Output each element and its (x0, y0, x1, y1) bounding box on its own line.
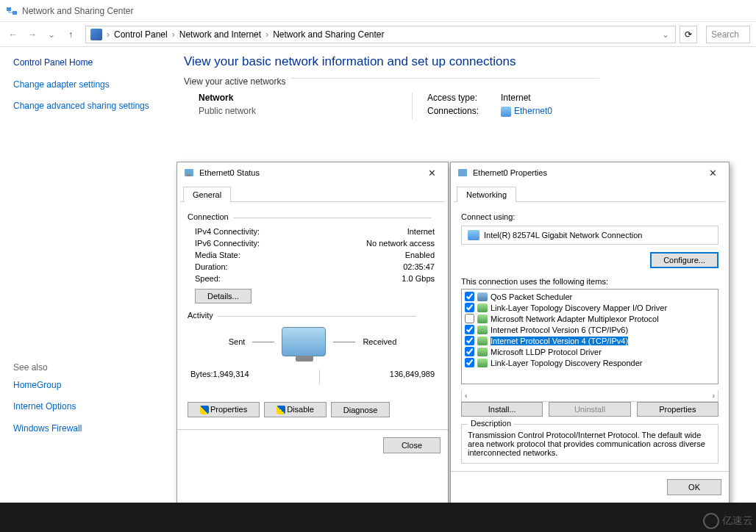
list-item[interactable]: Internet Protocol Version 4 (TCP/IPv4) (463, 335, 716, 346)
back-button[interactable]: ← (6, 27, 21, 42)
sidebar-adapter-settings-link[interactable]: Change adapter settings (13, 79, 156, 91)
properties-dialog: Ethernet0 Properties ✕ Networking Connec… (450, 162, 730, 531)
page-title: View your basic network information and … (184, 54, 741, 69)
ok-button[interactable]: OK (667, 479, 721, 495)
status-dialog: Ethernet0 Status ✕ General Connection IP… (176, 162, 449, 514)
bytes-received: 136,849,989 (390, 370, 435, 384)
list-item[interactable]: Link-Layer Topology Discovery Responder (463, 357, 716, 368)
tab-general[interactable]: General (183, 187, 231, 202)
sidebar: Control Panel Home Change adapter settin… (0, 47, 169, 491)
bytes-label: Bytes: (190, 370, 213, 384)
description-label: Description (468, 419, 514, 428)
close-icon[interactable]: ✕ (702, 165, 723, 180)
item-checkbox[interactable] (465, 325, 474, 334)
list-item[interactable]: Link-Layer Topology Discovery Mapper I/O… (463, 302, 716, 313)
diagnose-button[interactable]: Diagnose (331, 402, 390, 417)
ipv4-label: IPv4 Connectivity: (195, 227, 260, 236)
media-label: Media State: (195, 251, 240, 259)
ipv6-value: No network access (366, 239, 435, 248)
shield-icon (277, 406, 285, 414)
item-label: Internet Protocol Version 6 (TCP/IPv6) (491, 326, 628, 334)
sidebar-internet-options-link[interactable]: Internet Options (13, 401, 156, 413)
properties-button[interactable]: Properties (188, 402, 260, 417)
protocol-icon (477, 314, 488, 323)
tab-networking[interactable]: Networking (457, 187, 516, 202)
sidebar-homegroup-link[interactable]: HomeGroup (13, 380, 156, 392)
horizontal-scrollbar[interactable]: ‹› (461, 390, 718, 402)
list-item[interactable]: QoS Packet Scheduler (463, 291, 716, 302)
item-checkbox[interactable] (465, 292, 474, 301)
adapter-field: Intel(R) 82574L Gigabit Network Connecti… (461, 226, 718, 245)
up-button[interactable]: ↑ (63, 27, 78, 42)
protocol-icon (477, 348, 488, 356)
ethernet-icon (501, 107, 511, 117)
chevron-right-icon[interactable]: › (171, 29, 176, 40)
connections-label: Connections: (427, 106, 501, 117)
breadcrumb-item[interactable]: Control Panel (114, 29, 168, 40)
chevron-down-icon[interactable]: ⌄ (660, 29, 671, 40)
ethernet-icon (457, 167, 468, 179)
forward-button: → (25, 27, 40, 42)
item-label: Link-Layer Topology Discovery Mapper I/O… (491, 303, 667, 312)
install-button[interactable]: Install... (461, 402, 543, 417)
list-item[interactable]: Internet Protocol Version 6 (TCP/IPv6) (463, 324, 716, 335)
chevron-right-icon[interactable]: › (264, 29, 270, 40)
configure-button[interactable]: Configure... (650, 252, 718, 268)
protocol-icon (477, 359, 488, 367)
breadcrumb-item[interactable]: Network and Sharing Center (273, 29, 384, 40)
breadcrumb[interactable]: › Control Panel › Network and Internet ›… (85, 26, 676, 43)
item-checkbox[interactable] (465, 358, 474, 367)
details-button[interactable]: Details... (195, 289, 252, 303)
item-label: QoS Packet Scheduler (491, 292, 572, 301)
sent-label: Sent (229, 337, 246, 346)
item-checkbox[interactable] (465, 336, 474, 345)
sidebar-firewall-link[interactable]: Windows Firewall (13, 423, 156, 435)
description-text: Transmission Control Protocol/Internet P… (468, 431, 712, 457)
refresh-button[interactable]: ⟳ (680, 26, 697, 43)
bytes-sent: 1,949,314 (213, 370, 249, 384)
ipv6-label: IPv6 Connectivity: (195, 239, 260, 248)
see-also-heading: See also (13, 362, 156, 373)
media-value: Enabled (405, 251, 435, 259)
taskbar[interactable] (0, 503, 756, 532)
connection-link[interactable]: Ethernet0 (514, 106, 552, 116)
sidebar-home-link[interactable]: Control Panel Home (13, 57, 156, 69)
svg-rect-0 (7, 7, 11, 11)
network-center-icon (6, 5, 18, 17)
window-titlebar: Network and Sharing Center (0, 0, 756, 22)
list-item[interactable]: Microsoft Network Adapter Multiplexor Pr… (463, 313, 716, 324)
breadcrumb-item[interactable]: Network and Internet (179, 29, 261, 40)
item-checkbox[interactable] (465, 303, 474, 312)
item-checkbox[interactable] (465, 314, 474, 323)
scheduler-icon (477, 292, 488, 301)
close-button[interactable]: Close (383, 437, 441, 453)
item-label: Microsoft LLDP Protocol Driver (491, 348, 602, 356)
close-icon[interactable]: ✕ (421, 165, 442, 180)
svg-rect-4 (458, 169, 467, 176)
protocol-icon (477, 337, 488, 345)
sidebar-advanced-sharing-link[interactable]: Change advanced sharing settings (13, 101, 156, 112)
duration-value: 02:35:47 (403, 262, 435, 271)
speed-value: 1.0 Gbps (402, 274, 435, 283)
computers-icon (282, 327, 326, 356)
network-name: Network (199, 93, 412, 103)
adapter-name: Intel(R) 82574L Gigabit Network Connecti… (484, 231, 642, 240)
list-item[interactable]: Microsoft LLDP Protocol Driver (463, 346, 716, 357)
search-input[interactable]: Search (706, 26, 750, 43)
shield-icon (200, 406, 209, 414)
duration-label: Duration: (195, 262, 228, 271)
received-label: Received (363, 337, 396, 346)
activity-group-label: Activity (188, 311, 438, 320)
chevron-right-icon[interactable]: › (105, 29, 111, 40)
active-networks-label: View your active networks (184, 76, 286, 87)
watermark: 亿速云 (703, 513, 753, 529)
recent-button[interactable]: ⌄ (44, 27, 59, 42)
control-panel-icon (90, 29, 102, 40)
disable-button[interactable]: Disable (264, 402, 327, 417)
item-label: Microsoft Network Adapter Multiplexor Pr… (491, 314, 659, 323)
items-label: This connection uses the following items… (461, 277, 718, 286)
ethernet-icon (183, 167, 195, 179)
item-properties-button[interactable]: Properties (637, 402, 718, 417)
items-listbox[interactable]: QoS Packet SchedulerLink-Layer Topology … (461, 289, 718, 384)
item-checkbox[interactable] (465, 347, 474, 356)
